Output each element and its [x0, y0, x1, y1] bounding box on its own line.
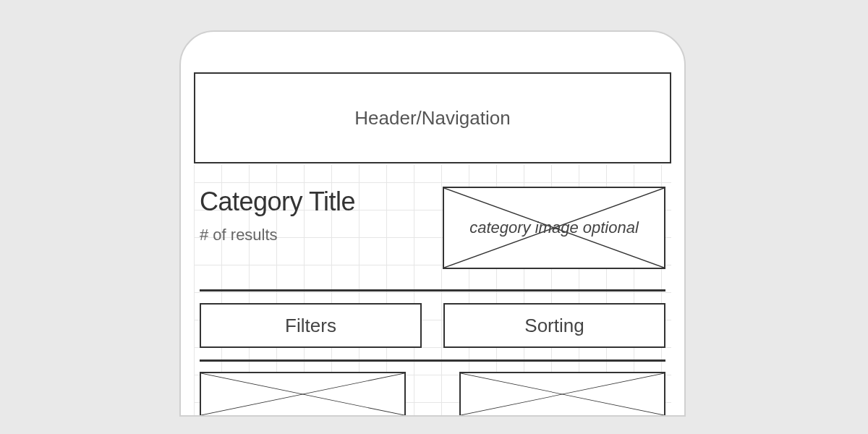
category-image-placeholder: category image optional	[443, 187, 665, 269]
product-card[interactable]	[459, 372, 665, 415]
category-title-column: Category Title # of results	[200, 187, 424, 244]
product-grid-row	[194, 362, 671, 415]
category-image-label: category image optional	[469, 218, 639, 237]
filters-button[interactable]: Filters	[200, 303, 422, 348]
wireframe-canvas: Header/Navigation Category Title # of re…	[194, 72, 671, 415]
header-label: Header/Navigation	[354, 107, 510, 129]
sorting-button-label: Sorting	[524, 315, 584, 337]
placeholder-cross-icon	[201, 373, 404, 415]
product-card[interactable]	[200, 372, 406, 415]
filters-button-label: Filters	[285, 315, 336, 337]
controls-row: Filters Sorting	[194, 292, 671, 359]
device-frame: Header/Navigation Category Title # of re…	[179, 30, 686, 417]
header-navigation-block[interactable]: Header/Navigation	[194, 72, 671, 163]
sorting-button[interactable]: Sorting	[443, 303, 665, 348]
placeholder-cross-icon	[461, 373, 664, 415]
category-title-row: Category Title # of results category ima…	[194, 163, 671, 289]
results-count-label: # of results	[200, 226, 424, 244]
category-title: Category Title	[200, 187, 424, 217]
